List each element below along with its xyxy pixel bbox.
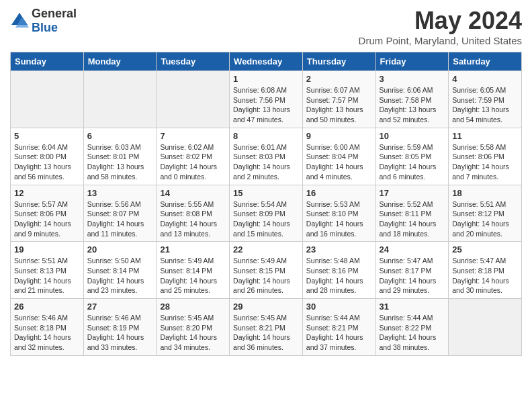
calendar-cell: 5Sunrise: 6:04 AMSunset: 8:00 PMDaylight… bbox=[11, 128, 84, 185]
day-detail: Sunrise: 5:54 AMSunset: 8:09 PMDaylight:… bbox=[233, 199, 299, 239]
day-number: 14 bbox=[160, 188, 226, 198]
calendar-cell: 15Sunrise: 5:54 AMSunset: 8:09 PMDayligh… bbox=[230, 185, 303, 242]
calendar-cell: 8Sunrise: 6:01 AMSunset: 8:03 PMDaylight… bbox=[230, 128, 303, 185]
day-number: 30 bbox=[306, 302, 372, 312]
logo-blue: Blue bbox=[32, 21, 58, 34]
day-number: 12 bbox=[14, 188, 80, 198]
day-detail: Sunrise: 5:47 AMSunset: 8:17 PMDaylight:… bbox=[380, 256, 445, 295]
calendar-cell: 16Sunrise: 5:53 AMSunset: 8:10 PMDayligh… bbox=[302, 185, 375, 242]
calendar-cell: 14Sunrise: 5:55 AMSunset: 8:08 PMDayligh… bbox=[157, 185, 230, 242]
calendar-header: SundayMondayTuesdayWednesdayThursdayFrid… bbox=[11, 52, 522, 71]
day-number: 15 bbox=[233, 188, 299, 198]
weekday-header: Saturday bbox=[449, 52, 522, 71]
day-detail: Sunrise: 6:05 AMSunset: 7:59 PMDaylight:… bbox=[452, 85, 518, 125]
day-detail: Sunrise: 5:59 AMSunset: 8:05 PMDaylight:… bbox=[380, 142, 445, 182]
day-detail: Sunrise: 6:04 AMSunset: 8:00 PMDaylight:… bbox=[14, 142, 80, 182]
calendar-cell: 11Sunrise: 5:58 AMSunset: 8:06 PMDayligh… bbox=[449, 128, 522, 185]
logo-text: General Blue bbox=[32, 7, 77, 35]
day-detail: Sunrise: 5:56 AMSunset: 8:07 PMDaylight:… bbox=[87, 199, 153, 239]
calendar-cell: 27Sunrise: 5:46 AMSunset: 8:19 PMDayligh… bbox=[83, 299, 157, 356]
calendar-cell: 12Sunrise: 5:57 AMSunset: 8:06 PMDayligh… bbox=[11, 185, 84, 242]
day-detail: Sunrise: 6:01 AMSunset: 8:03 PMDaylight:… bbox=[233, 142, 299, 182]
calendar-cell: 25Sunrise: 5:47 AMSunset: 8:18 PMDayligh… bbox=[449, 242, 522, 299]
calendar-cell bbox=[11, 71, 84, 128]
day-number: 4 bbox=[452, 74, 518, 84]
logo-general: General bbox=[32, 7, 77, 20]
calendar-cell: 17Sunrise: 5:52 AMSunset: 8:11 PMDayligh… bbox=[375, 185, 449, 242]
logo-icon bbox=[10, 11, 29, 30]
day-number: 9 bbox=[306, 131, 372, 141]
day-number: 23 bbox=[306, 244, 372, 255]
calendar-cell: 3Sunrise: 6:06 AMSunset: 7:58 PMDaylight… bbox=[375, 71, 449, 128]
calendar: SundayMondayTuesdayWednesdayThursdayFrid… bbox=[10, 52, 522, 356]
calendar-cell: 28Sunrise: 5:45 AMSunset: 8:20 PMDayligh… bbox=[157, 299, 230, 356]
logo: General Blue bbox=[10, 7, 77, 35]
calendar-cell: 13Sunrise: 5:56 AMSunset: 8:07 PMDayligh… bbox=[83, 185, 157, 242]
calendar-cell: 9Sunrise: 6:00 AMSunset: 8:04 PMDaylight… bbox=[302, 128, 375, 185]
day-detail: Sunrise: 5:49 AMSunset: 8:14 PMDaylight:… bbox=[160, 256, 226, 295]
day-number: 31 bbox=[380, 302, 445, 312]
day-number: 8 bbox=[233, 131, 299, 141]
day-detail: Sunrise: 5:45 AMSunset: 8:21 PMDaylight:… bbox=[233, 313, 299, 353]
day-number: 10 bbox=[380, 131, 445, 141]
weekday-header: Tuesday bbox=[157, 52, 230, 71]
day-detail: Sunrise: 5:53 AMSunset: 8:10 PMDaylight:… bbox=[306, 199, 372, 239]
calendar-cell bbox=[449, 299, 522, 356]
day-number: 13 bbox=[87, 188, 153, 198]
day-number: 5 bbox=[14, 131, 80, 141]
weekday-header: Friday bbox=[375, 52, 449, 71]
day-detail: Sunrise: 6:07 AMSunset: 7:57 PMDaylight:… bbox=[306, 85, 372, 125]
day-number: 29 bbox=[233, 302, 299, 312]
header: General Blue May 2024 Drum Point, Maryla… bbox=[10, 7, 522, 46]
day-detail: Sunrise: 6:08 AMSunset: 7:56 PMDaylight:… bbox=[233, 85, 299, 125]
calendar-cell bbox=[157, 71, 230, 128]
day-number: 11 bbox=[452, 131, 518, 141]
day-number: 2 bbox=[306, 74, 372, 84]
calendar-cell: 20Sunrise: 5:50 AMSunset: 8:14 PMDayligh… bbox=[83, 242, 157, 299]
day-detail: Sunrise: 5:52 AMSunset: 8:11 PMDaylight:… bbox=[380, 199, 445, 239]
calendar-cell: 2Sunrise: 6:07 AMSunset: 7:57 PMDaylight… bbox=[302, 71, 375, 128]
calendar-cell: 21Sunrise: 5:49 AMSunset: 8:14 PMDayligh… bbox=[157, 242, 230, 299]
calendar-cell: 10Sunrise: 5:59 AMSunset: 8:05 PMDayligh… bbox=[375, 128, 449, 185]
day-number: 19 bbox=[14, 244, 80, 255]
day-number: 16 bbox=[306, 188, 372, 198]
day-number: 24 bbox=[380, 244, 445, 255]
day-number: 27 bbox=[87, 302, 153, 312]
day-number: 7 bbox=[160, 131, 226, 141]
day-detail: Sunrise: 5:55 AMSunset: 8:08 PMDaylight:… bbox=[160, 199, 226, 239]
day-number: 18 bbox=[452, 188, 518, 198]
calendar-cell: 1Sunrise: 6:08 AMSunset: 7:56 PMDaylight… bbox=[230, 71, 303, 128]
day-number: 17 bbox=[380, 188, 445, 198]
day-detail: Sunrise: 5:45 AMSunset: 8:20 PMDaylight:… bbox=[160, 313, 226, 353]
day-detail: Sunrise: 5:57 AMSunset: 8:06 PMDaylight:… bbox=[14, 199, 80, 239]
day-detail: Sunrise: 6:02 AMSunset: 8:02 PMDaylight:… bbox=[160, 142, 226, 182]
day-number: 6 bbox=[87, 131, 153, 141]
day-detail: Sunrise: 5:46 AMSunset: 8:19 PMDaylight:… bbox=[87, 313, 153, 353]
day-number: 3 bbox=[380, 74, 445, 84]
calendar-body: 1Sunrise: 6:08 AMSunset: 7:56 PMDaylight… bbox=[11, 71, 522, 356]
day-number: 26 bbox=[14, 302, 80, 312]
day-detail: Sunrise: 5:44 AMSunset: 8:22 PMDaylight:… bbox=[380, 313, 445, 353]
day-detail: Sunrise: 5:51 AMSunset: 8:12 PMDaylight:… bbox=[452, 199, 518, 239]
day-detail: Sunrise: 6:00 AMSunset: 8:04 PMDaylight:… bbox=[306, 142, 372, 182]
day-detail: Sunrise: 6:03 AMSunset: 8:01 PMDaylight:… bbox=[87, 142, 153, 182]
calendar-cell: 30Sunrise: 5:44 AMSunset: 8:21 PMDayligh… bbox=[302, 299, 375, 356]
calendar-week-row: 26Sunrise: 5:46 AMSunset: 8:18 PMDayligh… bbox=[11, 299, 522, 356]
calendar-cell: 24Sunrise: 5:47 AMSunset: 8:17 PMDayligh… bbox=[375, 242, 449, 299]
calendar-cell: 22Sunrise: 5:49 AMSunset: 8:15 PMDayligh… bbox=[230, 242, 303, 299]
weekday-header: Monday bbox=[83, 52, 157, 71]
day-detail: Sunrise: 5:48 AMSunset: 8:16 PMDaylight:… bbox=[306, 256, 372, 295]
day-number: 21 bbox=[160, 244, 226, 255]
day-number: 28 bbox=[160, 302, 226, 312]
day-number: 25 bbox=[452, 244, 518, 255]
weekday-header: Sunday bbox=[11, 52, 84, 71]
calendar-cell: 19Sunrise: 5:51 AMSunset: 8:13 PMDayligh… bbox=[11, 242, 84, 299]
day-number: 1 bbox=[233, 74, 299, 84]
day-number: 20 bbox=[87, 244, 153, 255]
calendar-week-row: 12Sunrise: 5:57 AMSunset: 8:06 PMDayligh… bbox=[11, 185, 522, 242]
calendar-cell: 26Sunrise: 5:46 AMSunset: 8:18 PMDayligh… bbox=[11, 299, 84, 356]
calendar-cell: 18Sunrise: 5:51 AMSunset: 8:12 PMDayligh… bbox=[449, 185, 522, 242]
calendar-week-row: 19Sunrise: 5:51 AMSunset: 8:13 PMDayligh… bbox=[11, 242, 522, 299]
subtitle: Drum Point, Maryland, United States bbox=[359, 35, 522, 46]
day-detail: Sunrise: 5:44 AMSunset: 8:21 PMDaylight:… bbox=[306, 313, 372, 353]
